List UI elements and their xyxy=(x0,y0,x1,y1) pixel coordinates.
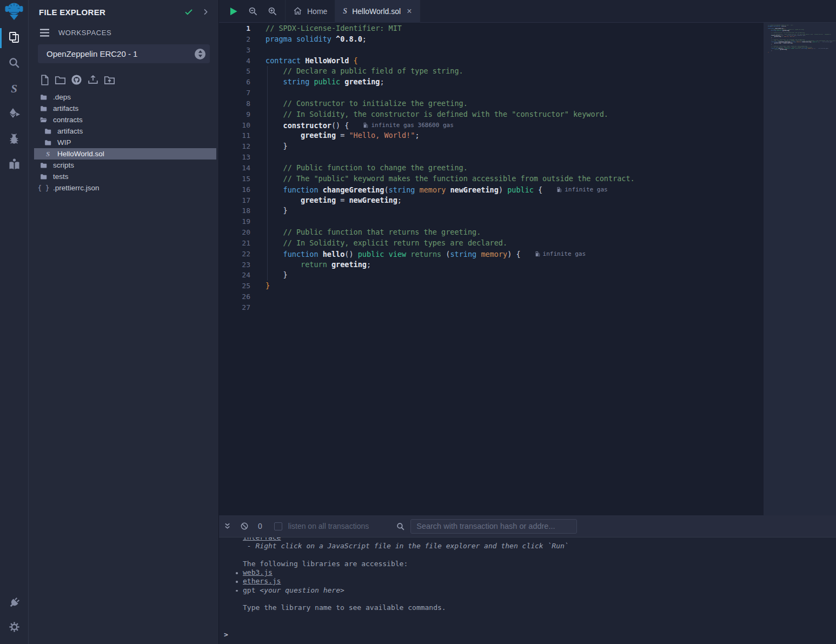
code-line-21[interactable]: 21 // In Solidity, explicit return types… xyxy=(219,238,764,249)
tree-item-scripts[interactable]: scripts xyxy=(29,160,218,171)
zoom-out-icon[interactable] xyxy=(248,6,258,16)
editor-column: Home S HelloWorld.sol × 1// SPDX-License… xyxy=(219,0,836,644)
code-line-7[interactable]: 7 xyxy=(219,88,764,98)
code-line-6[interactable]: 6 string public greeting; xyxy=(219,77,764,88)
code-line-12[interactable]: 12 } xyxy=(219,141,764,152)
activity-deploy-and-run[interactable] xyxy=(0,102,29,127)
upload-file-icon[interactable] xyxy=(87,74,99,86)
tree-item-artifacts[interactable]: artifacts xyxy=(29,103,218,114)
code-line-2[interactable]: 2pragma solidity ^0.8.0; xyxy=(219,34,764,45)
activity-bar: S xyxy=(0,0,29,644)
code-line-3[interactable]: 3 xyxy=(219,45,764,56)
run-script-button[interactable] xyxy=(228,6,238,17)
tree-item-helloworld-sol[interactable]: SHelloWorld.sol xyxy=(34,148,216,160)
tab-helloworld-sol[interactable]: S HelloWorld.sol × xyxy=(335,0,420,23)
code-line-5[interactable]: 5 // Declare a public field of type stri… xyxy=(219,66,764,77)
line-number: 7 xyxy=(219,88,250,98)
workspace-select[interactable]: OpenZeppelin ERC20 - 1 xyxy=(38,44,210,63)
terminal-prompt[interactable]: > xyxy=(224,630,228,639)
code-line-16[interactable]: 16 function changeGreeting(string memory… xyxy=(219,184,764,195)
terminal-line: interface xyxy=(243,537,836,542)
code-line-19[interactable]: 19 xyxy=(219,216,764,227)
tree-item-wip[interactable]: WIP xyxy=(29,137,218,148)
code-line-25[interactable]: 25} xyxy=(219,281,764,291)
code-line-13[interactable]: 13 xyxy=(219,152,764,163)
tree-item-tests[interactable]: tests xyxy=(29,171,218,182)
line-number: 9 xyxy=(219,109,250,120)
activity-debugger[interactable] xyxy=(0,127,29,152)
create-file-icon[interactable] xyxy=(39,74,50,86)
file-tree: .depsartifactscontractsartifactsWIPSHell… xyxy=(29,91,218,194)
line-number: 11 xyxy=(219,130,250,141)
terminal-line: web3.js xyxy=(243,568,836,577)
terminal-output[interactable]: interface - Right click on a JavaScript … xyxy=(219,537,836,644)
code-line-1[interactable]: 1// SPDX-License-Identifier: MIT xyxy=(219,23,764,34)
code-line-14[interactable]: 14 // Public function to change the gree… xyxy=(219,163,764,174)
tab-home[interactable]: Home xyxy=(285,0,335,23)
terminal-header: 0 listen on all transactions xyxy=(219,515,836,537)
code-line-11[interactable]: 11 greeting = "Hello, World!"; xyxy=(219,130,764,141)
activity-search[interactable] xyxy=(0,51,29,76)
upload-folder-icon[interactable] xyxy=(103,74,116,86)
files-icon xyxy=(8,31,21,46)
code-line-22[interactable]: 22 function hello() public view returns … xyxy=(219,249,764,260)
file-explorer-panel: FILE EXPLORER WORKSPACES OpenZeppelin ER… xyxy=(29,0,219,644)
terminal-line: ethers.js xyxy=(243,577,836,586)
code-line-26[interactable]: 26 xyxy=(219,291,764,302)
solidity-compiler-icon: S xyxy=(11,82,17,96)
remix-logo[interactable] xyxy=(0,0,29,25)
folder-icon xyxy=(39,173,48,181)
collapse-terminal-icon[interactable] xyxy=(223,522,231,530)
solidity-icon: S xyxy=(43,150,52,158)
tree-item--prettierrc-json[interactable]: { }.prettierrc.json xyxy=(29,182,218,194)
gas-estimate-badge[interactable]: infinite gas xyxy=(556,184,607,195)
terminal-link[interactable]: web3.js xyxy=(243,568,273,576)
terminal-link[interactable]: interface xyxy=(243,537,281,541)
code-line-18[interactable]: 18 } xyxy=(219,205,764,216)
line-number: 1 xyxy=(219,23,250,34)
line-number: 20 xyxy=(219,227,250,238)
activity-solidity-compiler[interactable]: S xyxy=(0,76,29,102)
hamburger-menu-icon[interactable] xyxy=(39,28,50,37)
code-line-24[interactable]: 24 } xyxy=(219,270,764,281)
code-area[interactable]: 1// SPDX-License-Identifier: MIT2pragma … xyxy=(219,23,764,515)
close-tab-icon[interactable]: × xyxy=(407,7,412,16)
code-line-8[interactable]: 8 // Constructor to initialize the greet… xyxy=(219,98,764,109)
panel-title: FILE EXPLORER xyxy=(39,8,176,17)
terminal-search-input[interactable] xyxy=(410,519,577,534)
line-number: 10 xyxy=(219,120,250,131)
code-line-27[interactable]: 27 xyxy=(219,302,764,313)
code-line-15[interactable]: 15 // The "public" keyword makes the fun… xyxy=(219,174,764,184)
code-line-17[interactable]: 17 greeting = newGreeting; xyxy=(219,195,764,206)
github-clone-icon[interactable] xyxy=(70,74,83,86)
terminal-panel: 0 listen on all transactions interface -… xyxy=(219,515,836,644)
terminal-link[interactable]: ethers.js xyxy=(243,577,281,585)
code-line-23[interactable]: 23 return greeting; xyxy=(219,260,764,270)
terminal-line: The following libraries are accessible: xyxy=(243,560,836,568)
editor-minimap[interactable]: // SPDX-License-Identifier: MITpragma so… xyxy=(764,23,836,515)
code-line-4[interactable]: 4contract HelloWorld { xyxy=(219,56,764,67)
zoom-in-icon[interactable] xyxy=(267,6,277,16)
code-line-10[interactable]: 10 constructor() {infinite gas 368600 ga… xyxy=(219,120,764,131)
tree-item-artifacts[interactable]: artifacts xyxy=(29,125,218,137)
code-line-20[interactable]: 20 // Public function that returns the g… xyxy=(219,227,764,238)
workspace-switch-icon[interactable] xyxy=(195,49,205,59)
create-folder-icon[interactable] xyxy=(54,74,67,86)
gas-estimate-badge[interactable]: infinite gas xyxy=(535,249,586,260)
clear-console-icon[interactable] xyxy=(240,522,249,530)
folder-icon xyxy=(43,139,52,147)
tree-item-contracts[interactable]: contracts xyxy=(29,114,218,125)
activity-file-explorer[interactable] xyxy=(0,25,29,51)
tree-item--deps[interactable]: .deps xyxy=(29,91,218,103)
gas-estimate-badge[interactable]: infinite gas 368600 gas xyxy=(363,120,453,131)
line-number: 15 xyxy=(219,174,250,184)
activity-plugin-manager[interactable] xyxy=(0,590,29,615)
activity-learneth[interactable] xyxy=(0,152,29,178)
folder-icon xyxy=(39,94,48,101)
check-icon[interactable] xyxy=(184,7,194,17)
chevron-right-icon[interactable] xyxy=(201,8,210,16)
activity-settings[interactable] xyxy=(0,615,29,641)
code-line-9[interactable]: 9 // In Solidity, the constructor is def… xyxy=(219,109,764,120)
listen-transactions-checkbox[interactable] xyxy=(274,522,282,530)
gear-icon xyxy=(8,621,21,635)
